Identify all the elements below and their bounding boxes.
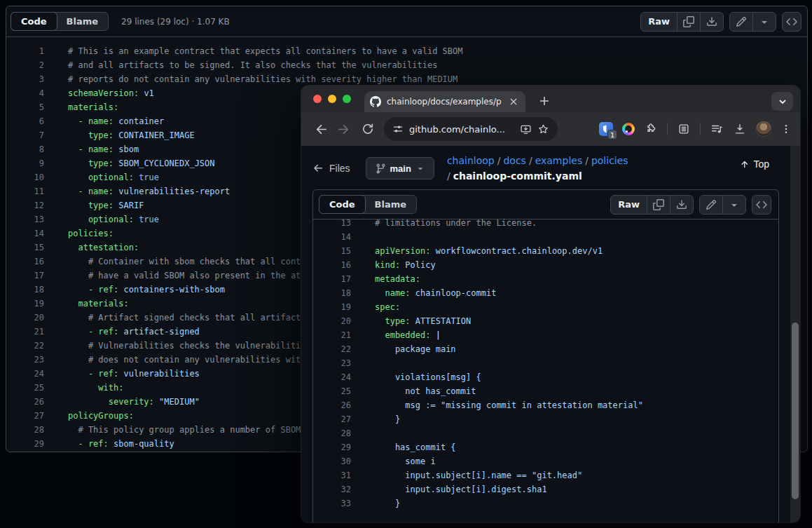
code-view-panel: Code Blame Raw <box>312 189 779 522</box>
downloads-button[interactable] <box>733 120 747 138</box>
send-to-device-icon[interactable] <box>520 123 532 135</box>
line-number[interactable]: 12 <box>6 198 44 212</box>
line-number[interactable]: 4 <box>6 86 44 100</box>
line-number[interactable]: 24 <box>6 367 44 381</box>
page-scrollbar[interactable] <box>790 146 800 522</box>
line-number[interactable]: 21 <box>313 328 351 342</box>
new-tab-button[interactable] <box>535 92 553 110</box>
breadcrumb-examples-link[interactable]: examples <box>535 155 583 166</box>
line-number[interactable]: 31 <box>313 468 351 482</box>
edit-button[interactable] <box>730 13 752 31</box>
download-raw-button[interactable] <box>700 13 723 31</box>
code-symbols-button[interactable] <box>752 195 771 215</box>
tab-search-button[interactable] <box>771 92 793 111</box>
line-number[interactable]: 22 <box>313 342 351 356</box>
line-number[interactable]: 2 <box>6 58 44 72</box>
line-number[interactable]: 29 <box>6 437 44 451</box>
line-number[interactable]: 18 <box>313 286 351 300</box>
lens-extension-icon[interactable] <box>622 123 635 135</box>
line-number[interactable]: 33 <box>313 496 351 510</box>
code-line: 18 name: chainloop-commit <box>313 286 778 300</box>
download-raw-button[interactable] <box>670 196 693 214</box>
address-bar[interactable]: github.com/chainlo... <box>384 117 558 141</box>
raw-button[interactable]: Raw <box>611 196 647 214</box>
code-symbols-button[interactable] <box>782 12 801 32</box>
tab-close-button[interactable] <box>507 95 520 108</box>
line-number[interactable]: 6 <box>6 114 44 128</box>
breadcrumb-repo-link[interactable]: chainloop <box>447 155 495 166</box>
tab-code[interactable]: Code <box>319 195 366 214</box>
edit-dropdown-button[interactable] <box>752 13 776 31</box>
line-number[interactable]: 17 <box>6 269 44 283</box>
tab-blame[interactable]: Blame <box>365 196 417 213</box>
tab-code[interactable]: Code <box>11 12 57 31</box>
raw-button[interactable]: Raw <box>641 13 677 31</box>
line-number[interactable]: 26 <box>6 395 44 409</box>
line-number[interactable]: 17 <box>313 272 351 286</box>
line-number[interactable]: 20 <box>313 314 351 328</box>
playlist-button[interactable] <box>710 120 724 138</box>
line-number[interactable]: 22 <box>6 339 44 353</box>
line-number[interactable]: 14 <box>6 226 44 241</box>
line-number[interactable]: 8 <box>6 142 44 156</box>
line-number[interactable]: 21 <box>6 325 44 339</box>
line-number[interactable]: 27 <box>313 412 351 426</box>
line-number[interactable]: 18 <box>6 283 44 297</box>
line-number[interactable]: 1 <box>6 44 44 58</box>
password-extension-icon[interactable]: 1 <box>599 122 613 136</box>
files-back-link[interactable]: Files <box>312 163 350 174</box>
line-number[interactable]: 25 <box>313 384 351 398</box>
line-number[interactable]: 16 <box>6 255 44 269</box>
line-number[interactable]: 19 <box>6 297 44 311</box>
edit-button[interactable] <box>700 196 722 214</box>
line-number[interactable]: 27 <box>6 409 44 423</box>
scrollbar-thumb[interactable] <box>792 323 799 499</box>
line-number[interactable]: 15 <box>6 241 44 255</box>
close-window-button[interactable] <box>313 95 322 103</box>
line-number[interactable]: 13 <box>6 212 44 226</box>
browser-menu-button[interactable] <box>780 120 792 138</box>
line-number[interactable]: 19 <box>313 300 351 314</box>
line-number[interactable]: 3 <box>6 72 44 86</box>
line-number[interactable]: 11 <box>6 184 44 198</box>
line-number[interactable]: 20 <box>6 311 44 325</box>
line-number[interactable]: 26 <box>313 398 351 412</box>
line-number[interactable]: 14 <box>313 230 351 244</box>
branch-selector[interactable]: main <box>366 157 434 180</box>
back-button[interactable] <box>311 120 329 138</box>
line-number[interactable]: 29 <box>313 440 351 454</box>
breadcrumb-policies-link[interactable]: policies <box>591 155 628 166</box>
line-number[interactable]: 23 <box>313 356 351 370</box>
line-number[interactable]: 5 <box>6 100 44 114</box>
profile-avatar[interactable] <box>756 121 771 137</box>
line-number[interactable]: 9 <box>6 156 44 170</box>
bookmark-star-icon[interactable] <box>537 123 549 135</box>
code-line-text: materials: <box>44 297 129 311</box>
minimize-window-button[interactable] <box>328 95 336 103</box>
line-number[interactable]: 16 <box>313 258 351 272</box>
back-to-top-link[interactable]: Top <box>740 158 769 170</box>
edit-dropdown-button[interactable] <box>722 196 745 214</box>
reading-list-button[interactable] <box>677 120 691 138</box>
line-number[interactable]: 15 <box>313 244 351 258</box>
browser-tab[interactable]: chainloop/docs/examples/poli <box>364 91 525 112</box>
reload-button[interactable] <box>359 120 377 138</box>
line-number[interactable]: 32 <box>313 482 351 496</box>
line-number[interactable]: 13 <box>313 216 351 230</box>
line-number[interactable]: 28 <box>6 423 44 437</box>
maximize-window-button[interactable] <box>343 95 351 103</box>
line-number[interactable]: 30 <box>313 454 351 468</box>
copy-button[interactable] <box>647 196 670 214</box>
line-number[interactable]: 10 <box>6 170 44 184</box>
line-number[interactable]: 28 <box>313 426 351 440</box>
copy-button[interactable] <box>677 13 700 31</box>
line-number[interactable]: 7 <box>6 128 44 142</box>
extensions-menu-button[interactable] <box>644 120 658 138</box>
line-number[interactable]: 23 <box>6 353 44 367</box>
tab-blame[interactable]: Blame <box>57 13 109 30</box>
line-number[interactable]: 25 <box>6 381 44 395</box>
breadcrumb-docs-link[interactable]: docs <box>503 155 525 166</box>
forward-button[interactable] <box>335 120 353 138</box>
line-number[interactable]: 24 <box>313 370 351 384</box>
code-line-text: # Container with sbom checks that all co… <box>44 255 301 269</box>
